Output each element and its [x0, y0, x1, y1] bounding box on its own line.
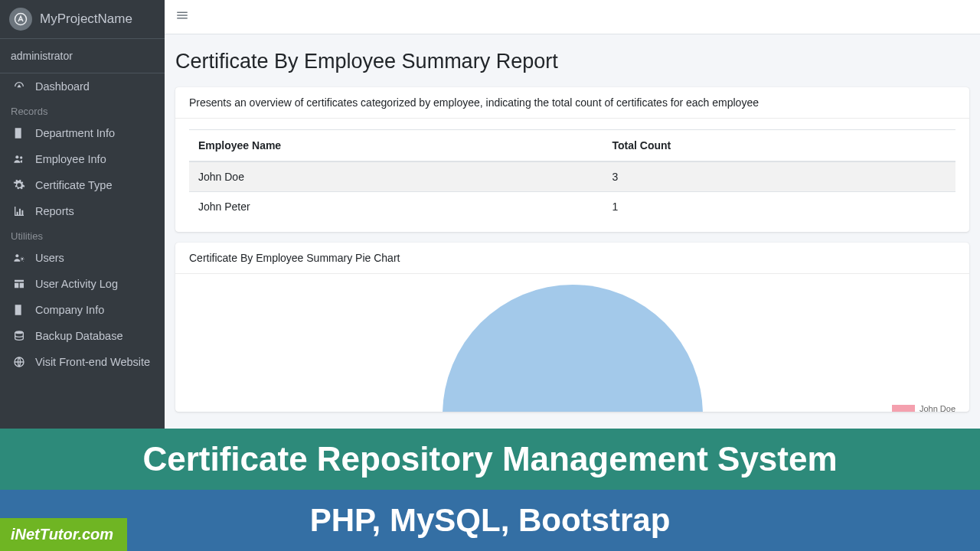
nav-header-records: Records [0, 99, 165, 120]
legend-swatch-icon [892, 405, 915, 412]
svg-point-4 [21, 258, 24, 260]
svg-point-5 [15, 331, 24, 334]
card-description: Presents an overview of certificates cat… [175, 87, 969, 119]
hamburger-icon[interactable] [175, 8, 189, 25]
cell-count: 3 [603, 161, 956, 192]
chart-bar-icon [11, 205, 28, 217]
cell-name: John Peter [189, 192, 603, 222]
sidebar-brand[interactable]: MyProjectName [0, 0, 165, 39]
sidebar-item-label: Reports [35, 205, 74, 217]
sidebar-item-label: Dashboard [35, 80, 90, 93]
sidebar-item-label: Users [35, 252, 64, 264]
chart-title: Certificate By Employee Summary Pie Char… [175, 243, 969, 274]
tachometer-icon [11, 80, 28, 93]
sidebar-item-label: Company Info [35, 304, 104, 316]
users-icon [11, 153, 28, 165]
sidebar-item-frontend[interactable]: Visit Front-end Website [0, 349, 165, 375]
table-header-count: Total Count [603, 130, 956, 162]
chart-card: Certificate By Employee Summary Pie Char… [175, 243, 969, 412]
table-row: John Peter 1 [189, 192, 956, 222]
banner-subtitle-text: PHP, MySQL, Bootstrap [310, 502, 671, 539]
sidebar-item-dashboard[interactable]: Dashboard [0, 73, 165, 99]
sidebar-item-label: Employee Info [35, 153, 106, 165]
topbar [165, 0, 980, 34]
sidebar-item-label: Backup Database [35, 330, 122, 342]
table-header-name: Employee Name [189, 130, 603, 162]
summary-table: Employee Name Total Count John Doe 3 Joh… [189, 129, 956, 221]
building-icon [11, 127, 28, 139]
brand-logo-icon [9, 8, 32, 31]
users-cog-icon [11, 252, 28, 264]
svg-point-3 [15, 254, 18, 257]
globe-icon [11, 356, 28, 368]
svg-point-1 [15, 155, 18, 158]
sidebar-user[interactable]: administrator [0, 39, 165, 73]
sidebar-item-department[interactable]: Department Info [0, 120, 165, 146]
banner-subtitle-row: PHP, MySQL, Bootstrap [0, 490, 980, 551]
sidebar-item-cert-type[interactable]: Certificate Type [0, 172, 165, 198]
database-icon [11, 330, 28, 342]
promo-banner: Certificate Repository Management System… [0, 429, 980, 551]
page-title: Certificate By Employee Summary Report [175, 50, 969, 73]
cell-name: John Doe [189, 161, 603, 192]
sidebar-item-company[interactable]: Company Info [0, 297, 165, 323]
banner-title-text: Certificate Repository Management System [142, 440, 837, 478]
building-icon [11, 304, 28, 316]
sidebar-item-users[interactable]: Users [0, 245, 165, 271]
table-row: John Doe 3 [189, 161, 956, 192]
sidebar-item-label: Department Info [35, 127, 115, 139]
sidebar-item-backup[interactable]: Backup Database [0, 323, 165, 349]
sidebar-item-employee[interactable]: Employee Info [0, 146, 165, 172]
sidebar-item-label: User Activity Log [35, 278, 118, 290]
sidebar-item-label: Certificate Type [35, 179, 112, 191]
banner-title-row: Certificate Repository Management System [0, 429, 980, 490]
chart-legend: John Doe [892, 404, 956, 412]
svg-point-2 [20, 156, 22, 158]
cell-count: 1 [603, 192, 956, 222]
summary-card: Presents an overview of certificates cat… [175, 87, 969, 232]
sidebar-item-reports[interactable]: Reports [0, 198, 165, 224]
cog-icon [11, 179, 28, 191]
table-icon [11, 278, 28, 290]
sidebar-item-label: Visit Front-end Website [35, 356, 150, 368]
legend-label: John Doe [920, 404, 956, 412]
banner-badge: iNetTutor.com [0, 518, 127, 551]
nav-header-utilities: Utilities [0, 224, 165, 245]
pie-chart [443, 285, 703, 412]
brand-text: MyProjectName [40, 11, 132, 27]
sidebar-item-activity[interactable]: User Activity Log [0, 271, 165, 297]
